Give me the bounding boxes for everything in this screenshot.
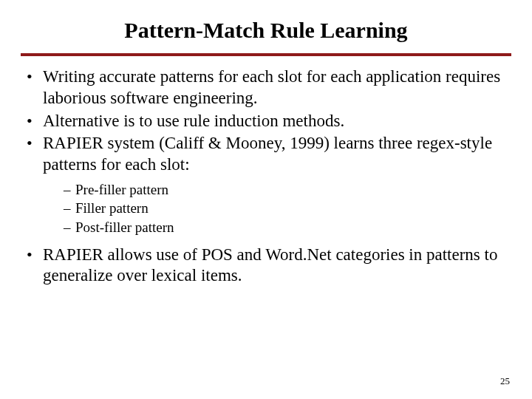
bullet-item: Alternative is to use rule induction met… [27,111,511,132]
rapier-prefix: R [43,134,54,152]
page-number: 25 [500,375,510,387]
sub-bullet-list: Pre-filler pattern Filler pattern Post-f… [43,180,511,237]
sub-bullet-item: Pre-filler pattern [64,180,511,200]
bullet-text: system (Califf & Mooney, 1999) learns th… [43,134,492,174]
bullet-text: allows use of POS and Word.Net categorie… [43,245,497,285]
bullet-item: Writing accurate patterns for each slot … [27,66,511,109]
rapier-smallcaps: APIER [54,245,103,264]
title-rule [21,53,511,56]
bullet-list: Writing accurate patterns for each slot … [21,66,511,287]
sub-bullet-item: Filler pattern [64,199,511,218]
rapier-prefix: R [43,245,54,264]
bullet-item: RAPIER allows use of POS and Word.Net ca… [27,245,511,287]
rapier-smallcaps: APIER [54,134,103,152]
slide-title: Pattern-Match Rule Learning [21,18,511,43]
bullet-item: RAPIER system (Califf & Mooney, 1999) le… [27,133,511,236]
sub-bullet-item: Post-filler pattern [64,218,511,237]
